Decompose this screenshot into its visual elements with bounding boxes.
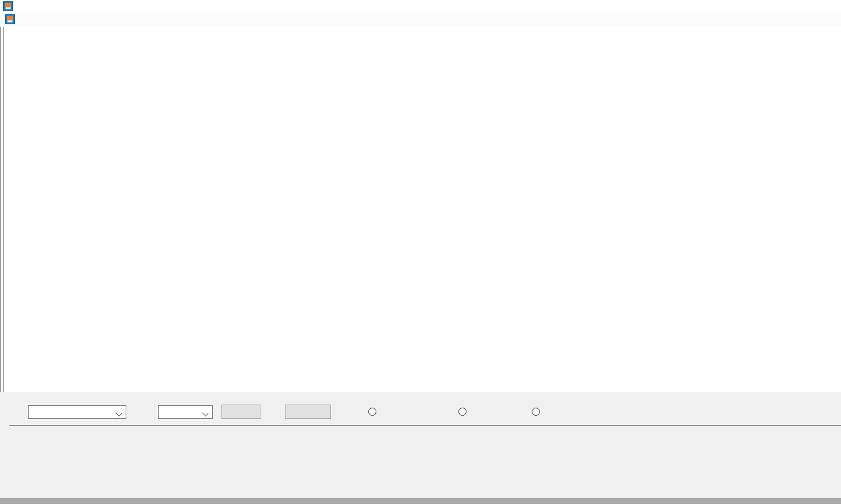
history-data-table (9, 425, 841, 426)
chart-region (0, 27, 841, 392)
chart-canvas (0, 27, 841, 392)
pool-filter-combobox[interactable] (28, 405, 126, 419)
title-bar (0, 0, 841, 13)
menu-settings[interactable] (52, 18, 63, 22)
radio-show-level-curve[interactable] (368, 406, 380, 417)
menu-items (19, 12, 86, 27)
menu-file[interactable] (19, 18, 30, 22)
mdi-child-icon[interactable] (5, 14, 15, 24)
radio-circle-icon (532, 408, 540, 416)
menu-window[interactable] (63, 18, 75, 22)
table-background-filler (0, 498, 841, 504)
radio-circle-icon (458, 408, 467, 416)
close-icon[interactable] (812, 1, 822, 11)
minimize-icon[interactable] (824, 1, 835, 12)
query-button[interactable] (221, 405, 261, 419)
chevron-down-icon (202, 410, 208, 416)
app-icon (3, 1, 13, 11)
radio-show-ray-curve[interactable] (458, 406, 470, 417)
menu-bar (0, 12, 841, 27)
history-data-panel (0, 392, 841, 504)
chevron-down-icon (116, 410, 122, 416)
radio-show-level-plus-ray-curve[interactable] (532, 406, 544, 417)
status-filter-combobox[interactable] (158, 405, 213, 419)
radio-circle-icon (368, 408, 376, 416)
menu-help[interactable] (75, 18, 86, 22)
menu-data-query[interactable] (41, 18, 52, 22)
hide-symbols-button[interactable] (285, 405, 331, 419)
menu-online-monitor[interactable] (30, 18, 41, 22)
